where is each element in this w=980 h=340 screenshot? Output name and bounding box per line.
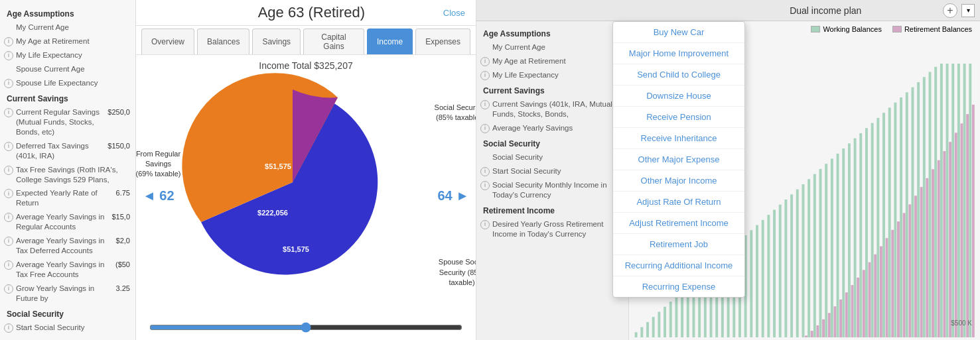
bar-retirement [874,255,876,337]
tab-expenses[interactable]: Expenses [415,28,470,54]
bar-retirement [955,133,957,337]
bar-retirement [839,300,842,337]
left-sidebar: Age AssumptionsMy Current AgeiMy Age at … [0,0,136,340]
event-dropdown: Buy New CarMajor Home ImprovementSend Ch… [612,21,745,298]
bar-retirement [828,313,831,337]
info-icon[interactable]: i [4,189,13,198]
bar-working [802,184,805,337]
bar-working [658,312,660,337]
slider-container [136,318,476,340]
bar-working [859,133,862,337]
dropdown-item[interactable]: Adjust Retirement Income [613,213,744,234]
tab-capital-gains[interactable]: Capital Gains [303,28,364,54]
sidebar-item: iAverage Yearly Savings in Regular Accou… [0,210,135,234]
y-axis-label: $500 K [951,319,972,327]
plan-sidebar-item-label: My Age at Retirement [492,56,566,66]
info-icon[interactable]: i [4,237,13,246]
dropdown-item[interactable]: Buy New Car [613,22,744,43]
bar-retirement [966,114,969,337]
plan-sidebar-section-title: Social Security [476,135,628,150]
info-icon[interactable]: i [480,167,490,176]
sidebar-item-label: My Age at Retirement [16,36,130,46]
dropdown-item[interactable]: Recurring Additional Income [613,255,744,276]
sidebar-item-label: My Current Age [16,23,130,32]
right-panel-header: Dual income plan + ▾ [476,0,980,21]
dropdown-item[interactable]: Major Home Improvement [613,43,744,64]
plan-sidebar-item: iSocial Security Monthly Income in Today… [476,178,628,202]
bar-retirement [863,270,865,337]
bar-working [837,154,839,337]
sidebar-section-title: Social Security [0,306,135,321]
plan-title: Dual income plan [713,5,940,16]
bar-working [969,64,971,337]
bar-retirement [943,151,945,337]
bar-working [681,292,683,337]
sidebar-section-title: Current Savings [0,90,135,105]
info-icon[interactable]: i [4,142,13,151]
age-slider[interactable] [149,322,462,333]
dropdown-item[interactable]: Recurring Expense [613,276,744,297]
bar-retirement [891,230,894,337]
bar-working [675,296,677,337]
nav-left[interactable]: ◄ 62 [143,188,175,203]
bar-working [848,143,851,337]
info-icon[interactable]: i [4,213,13,222]
bar-working [664,307,666,337]
info-icon[interactable]: i [480,181,490,190]
plan-sidebar-item: iCurrent Savings (401k, IRA, Mutual Fund… [476,97,628,121]
info-icon[interactable]: i [4,323,13,333]
pie-label-spouse: Spouse SocialSecurity (85%taxable) [419,257,476,288]
bar-working [831,158,833,337]
info-icon[interactable]: i [4,51,13,60]
tab-savings[interactable]: Savings [252,28,301,54]
nav-right[interactable]: 64 ► [437,188,469,203]
bar-retirement [903,213,906,337]
sidebar-item: iSpouse Life Expectancy [0,76,135,90]
panel-toggle-button[interactable]: ▾ [961,4,975,17]
plan-sidebar-item: iStart Social Security [476,164,628,178]
info-icon[interactable]: i [480,100,490,109]
sidebar-item-label: Expected Yearly Rate of Return [16,188,113,208]
info-icon[interactable]: i [4,108,13,117]
bar-working [854,139,857,337]
dropdown-item[interactable]: Receive Pension [613,107,744,128]
bar-working [813,174,816,337]
info-icon[interactable]: i [4,166,13,175]
dropdown-item[interactable]: Other Major Income [613,170,744,192]
info-icon[interactable]: i [480,71,490,80]
info-icon[interactable]: i [4,284,13,294]
bar-retirement [938,160,940,337]
plan-sidebar-item: My Current Age [476,40,628,54]
dropdown-item[interactable]: Downsize House [613,85,744,107]
info-icon[interactable]: i [4,260,13,270]
tab-balances[interactable]: Balances [197,28,249,54]
sidebar-item-label: Deferred Tax Savings (401k, IRA) [16,141,105,161]
info-icon[interactable]: i [4,79,13,88]
plan-sidebar-item-label: Average Yearly Savings [492,123,573,133]
bar-retirement [869,262,871,337]
sidebar-item-value: 6.75 [116,188,130,198]
info-icon[interactable]: i [4,37,13,46]
add-event-button[interactable]: + [943,3,957,18]
legend-color-box [892,26,902,32]
dropdown-item[interactable]: Retirement Job [613,234,744,255]
sidebar-item-label: Tax Free Savings (Roth IRA's, College Sa… [16,165,130,185]
tab-overview[interactable]: Overview [141,28,194,54]
info-icon[interactable]: i [480,57,490,66]
tab-income[interactable]: Income [367,28,413,54]
bar-working [871,123,874,337]
info-icon[interactable]: i [480,220,490,229]
close-button[interactable]: Close [443,8,465,18]
dropdown-item[interactable]: Receive Inheritance [613,128,744,149]
plan-sidebar-section-title: Retirement Income [476,202,628,217]
sidebar-item: iExpected Yearly Rate of Return6.75 [0,186,135,210]
sidebar-item: iGrow Yearly Savings in Future by3.25 [0,282,135,306]
bar-working [882,113,885,337]
sidebar-item-label: My Life Expectancy [16,50,130,60]
dropdown-item[interactable]: Send Child to College [613,64,744,85]
bar-retirement [822,319,825,337]
info-icon[interactable]: i [480,124,490,133]
dropdown-item[interactable]: Other Major Expense [613,149,744,170]
bar-working [807,179,810,337]
dropdown-item[interactable]: Adjust Rate Of Return [613,192,744,213]
